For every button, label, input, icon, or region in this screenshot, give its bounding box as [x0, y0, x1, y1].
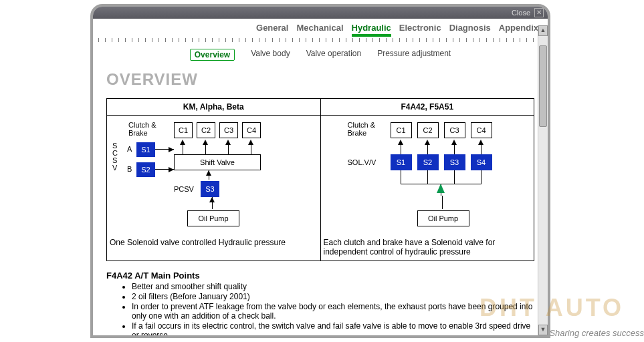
- s3-box-r: S3: [444, 154, 465, 170]
- clutch-brake-label: Clutch & Brake: [128, 121, 156, 137]
- s2-box: S2: [136, 162, 155, 177]
- caption-left: One Solenoid valve controlled Hydraulic …: [107, 236, 320, 251]
- main-points-title: F4A42 A/T Main Points: [106, 271, 534, 281]
- titlebar: Close ✕: [93, 7, 548, 19]
- tab-electronic[interactable]: Electronic: [399, 23, 441, 37]
- solvv-label: SOL.V/V: [348, 158, 377, 166]
- content-area: OVERVIEW KM, Alpha, Beta F4A42, F5A51 Cl…: [93, 65, 548, 338]
- s1-box: S1: [136, 142, 155, 157]
- s1-box-r: S1: [391, 154, 412, 170]
- c2-box-r: C2: [417, 122, 439, 138]
- c4-box: C4: [242, 122, 261, 138]
- caption-right: Each clutch and brake have a Solenoid va…: [321, 236, 534, 261]
- watermark-slogan: Sharing creates success: [549, 328, 644, 338]
- oil-pump-box-r: Oil Pump: [417, 210, 469, 226]
- close-label: Close: [512, 9, 530, 17]
- list-item: If a fail occurs in its electric control…: [132, 321, 534, 338]
- tab-hydraulic[interactable]: Hydraulic: [352, 23, 391, 37]
- sub-tabs: Overview Valve body Valve operation Pres…: [93, 42, 548, 65]
- clutch-brake-label-r: Clutch & Brake: [348, 121, 376, 137]
- list-item: Better and smoother shift quality: [132, 282, 534, 291]
- col-header-left: KM, Alpha, Beta: [107, 99, 321, 116]
- c3-box: C3: [219, 122, 238, 138]
- b-label: B: [127, 165, 132, 173]
- tab-general[interactable]: General: [256, 23, 288, 37]
- page-title: OVERVIEW: [106, 70, 534, 89]
- tab-mechanical[interactable]: Mechanical: [296, 23, 343, 37]
- subtab-overview[interactable]: Overview: [190, 49, 235, 61]
- list-item: In order to prevent ATF leakage from the…: [132, 302, 534, 321]
- main-tabs: General Mechanical Hydraulic Electronic …: [93, 19, 548, 38]
- oil-pump-box: Oil Pump: [187, 210, 239, 226]
- close-icon[interactable]: ✕: [534, 8, 544, 17]
- list-item: 2 oil filters (Before January 2001): [132, 292, 534, 301]
- s3-box: S3: [201, 181, 219, 197]
- c2-box: C2: [197, 122, 215, 138]
- a-label: A: [127, 145, 132, 153]
- col-header-right: F4A42, F5A51: [320, 99, 534, 116]
- s2-box-r: S2: [417, 154, 439, 170]
- c3-box-r: C3: [444, 122, 465, 138]
- scsv-label: S C S V: [112, 142, 118, 172]
- subtab-pressure-adjustment[interactable]: Pressure adjustment: [377, 49, 451, 61]
- shift-valve-box: Shift Valve: [174, 154, 261, 170]
- main-points-list: Better and smoother shift quality 2 oil …: [120, 282, 534, 338]
- comparison-table: KM, Alpha, Beta F4A42, F5A51 Clutch & Br…: [106, 98, 534, 261]
- c4-box-r: C4: [471, 122, 492, 138]
- tab-appendix[interactable]: Appendix: [499, 23, 538, 37]
- s4-box-r: S4: [471, 154, 492, 170]
- scroll-up-icon[interactable]: ▲: [538, 25, 548, 36]
- c1-box-r: C1: [391, 122, 412, 138]
- diagram-left: Clutch & Brake C1 C2 C3 C4 S C S V: [107, 116, 320, 236]
- tab-diagnosis[interactable]: Diagnosis: [449, 23, 491, 37]
- subtab-valve-body[interactable]: Valve body: [251, 49, 290, 61]
- diagram-right: Clutch & Brake C1 C2 C3 C4 SOL.V/V: [321, 116, 534, 236]
- subtab-valve-operation[interactable]: Valve operation: [306, 49, 362, 61]
- c1-box: C1: [174, 122, 193, 138]
- pcsv-label: PCSV: [174, 185, 194, 193]
- window-frame: Close ✕ ▲ ▼ General Mechanical Hydraulic…: [90, 4, 550, 338]
